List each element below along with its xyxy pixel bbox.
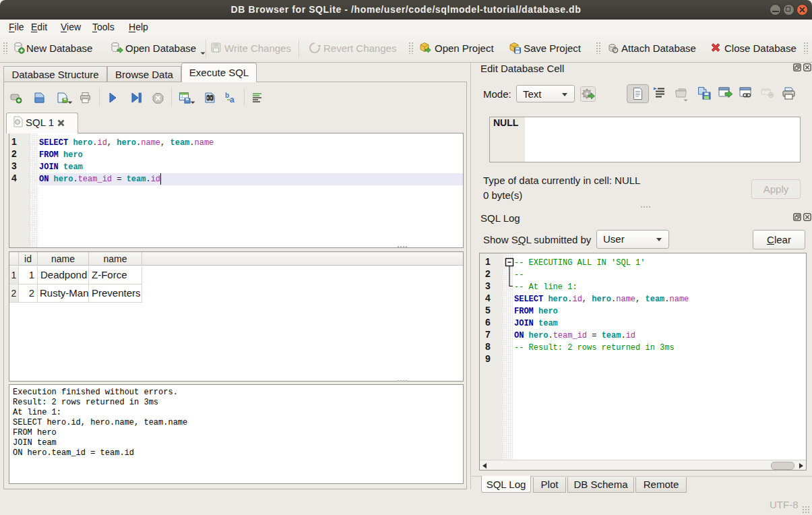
svg-text:b: b <box>225 92 229 99</box>
svg-text:a: a <box>230 95 235 104</box>
